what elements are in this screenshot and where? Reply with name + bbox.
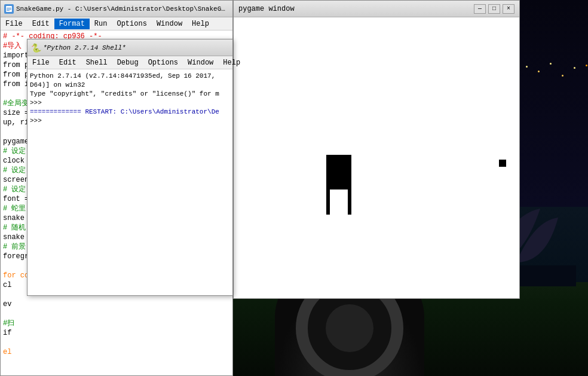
close-button[interactable]: × bbox=[503, 4, 514, 14]
snake-body-inner bbox=[330, 189, 348, 215]
svg-rect-10 bbox=[7, 10, 10, 11]
svg-rect-9 bbox=[7, 9, 11, 10]
pygame-canvas bbox=[234, 17, 519, 298]
shell-menu-shell[interactable]: Shell bbox=[81, 57, 112, 68]
shell-titlebar[interactable]: 🐍 *Python 2.7.14 Shell* bbox=[27, 39, 232, 56]
menu-edit[interactable]: Edit bbox=[27, 19, 54, 29]
pygame-game-window: pygame window — □ × bbox=[233, 0, 520, 299]
shell-menu-debug[interactable]: Debug bbox=[112, 57, 143, 68]
window-controls: — □ × bbox=[474, 4, 514, 14]
menu-file[interactable]: File bbox=[1, 19, 27, 29]
shell-menu-edit[interactable]: Edit bbox=[54, 57, 81, 68]
idle-titlebar[interactable]: SnakeGame.py - C:\Users\Administrator\De… bbox=[1, 1, 232, 17]
code-line-33 bbox=[3, 338, 230, 347]
menu-options[interactable]: Options bbox=[112, 19, 151, 29]
menu-window[interactable]: Window bbox=[152, 19, 187, 29]
shell-menu-help[interactable]: Help bbox=[218, 57, 245, 68]
shell-output-area: Python 2.7.14 (v2.7.14:84471935ed, Sep 1… bbox=[27, 69, 232, 295]
food-item bbox=[499, 160, 506, 167]
shell-menu-file[interactable]: File bbox=[27, 57, 54, 68]
shell-version-line: Python 2.7.14 (v2.7.14:84471935ed, Sep 1… bbox=[30, 72, 230, 81]
svg-rect-8 bbox=[7, 8, 11, 8]
menu-run[interactable]: Run bbox=[90, 19, 112, 29]
idle-title: SnakeGame.py - C:\Users\Administrator\De… bbox=[16, 5, 229, 13]
menu-format[interactable]: Format bbox=[54, 19, 90, 29]
minimize-button[interactable]: — bbox=[474, 4, 486, 14]
shell-menu-window[interactable]: Window bbox=[183, 57, 218, 68]
code-line-30 bbox=[3, 309, 230, 319]
shell-prompt-1: >>> bbox=[30, 99, 230, 108]
code-line-32: if bbox=[3, 328, 230, 338]
pygame-titlebar[interactable]: pygame window — □ × bbox=[234, 1, 519, 17]
snake-segment-head bbox=[326, 155, 351, 215]
idle-menubar: File Edit Format Run Options Window Help bbox=[1, 17, 232, 30]
shell-menubar: File Edit Shell Debug Options Window Hel… bbox=[27, 56, 232, 69]
code-line-31: #扫 bbox=[3, 319, 230, 328]
shell-restart-line: ============= RESTART: C:\Users\Administ… bbox=[30, 108, 230, 117]
menu-help[interactable]: Help bbox=[187, 19, 214, 29]
idle-app-icon bbox=[4, 4, 14, 14]
code-line-34: el bbox=[3, 347, 230, 357]
maximize-button[interactable]: □ bbox=[488, 4, 500, 14]
code-line-29: ev bbox=[3, 299, 230, 309]
shell-icon: 🐍 bbox=[31, 43, 41, 53]
python-shell-window: 🐍 *Python 2.7.14 Shell* File Edit Shell … bbox=[27, 39, 233, 296]
shell-prompt-2: >>> bbox=[30, 117, 230, 126]
shell-title: *Python 2.7.14 Shell* bbox=[43, 44, 126, 51]
shell-platform-line: D64)] on win32 bbox=[30, 81, 230, 90]
pygame-title: pygame window bbox=[238, 5, 474, 13]
shell-menu-options[interactable]: Options bbox=[143, 57, 183, 68]
shell-typehint-line: Type "copyright", "credits" or "license(… bbox=[30, 90, 230, 99]
